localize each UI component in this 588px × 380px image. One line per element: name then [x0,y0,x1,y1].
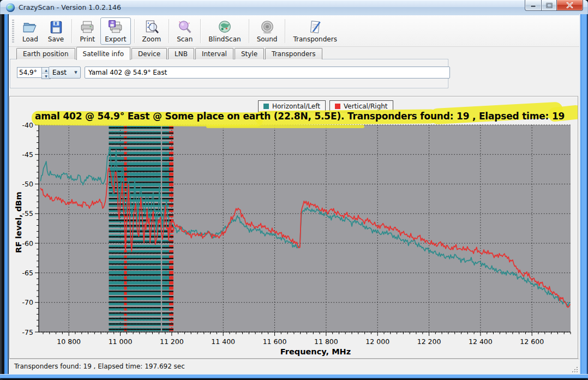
y-tick-label: -55 [22,209,33,218]
zoom-icon [144,20,159,35]
status-bar: Transponders found: 19 , Elapsed time: 1… [9,359,579,374]
scan-icon [177,20,193,35]
toolbar-button-label: BlindScan [208,35,241,43]
toolbar-button-label: Scan [177,35,193,43]
toolbar-button-label: Load [22,35,38,43]
save-icon [49,20,64,35]
toolbar-buttons: LoadSavePrintExportZoomScanBlindScanSoun… [17,17,342,45]
x-tick-label: 11 800 [314,337,338,346]
minimize-button[interactable] [525,0,542,11]
window-border-left [0,14,9,375]
tab-style[interactable]: Style [235,48,264,59]
y-tick-label: -65 [22,269,33,277]
x-tick-label: 12 000 [365,337,389,346]
toolbar-blindscan-button[interactable]: BlindScan [204,17,245,45]
toolbar-separator [71,19,72,43]
resize-grip[interactable] [571,366,578,372]
sound-icon [260,20,275,35]
export-icon [108,20,123,35]
tab-earth-position[interactable]: Earth position [16,48,75,59]
y-tick-label: -45 [22,150,33,159]
y-tick-label: -60 [22,239,33,248]
plot-area [39,125,571,332]
toolbar-button-label: Zoom [142,35,161,43]
toolbar-separator [285,19,285,43]
satellite-info-panel: ▲ ▼ East ▼ [10,59,448,88]
toolbar-save-button[interactable]: Save [44,17,68,45]
blindscan-icon [217,20,232,35]
highlight-stroke [206,125,364,128]
app-window: CrazyScan - Version 1.0.2.146 LoadSavePr… [0,0,588,380]
transponders-icon [308,20,323,35]
tab-satellite-info[interactable]: Satellite info [76,47,130,60]
window-title: CrazyScan - Version 1.0.2.146 [19,3,121,11]
tab-transponders[interactable]: Transponders [265,48,322,59]
direction-dropdown[interactable]: East ▼ [49,67,81,79]
toolbar-sound-button[interactable]: Sound [253,17,282,45]
legend-label: Horizontal/Left [272,102,320,110]
no-lock-marker-dot [170,229,172,231]
legend-swatch [335,104,340,109]
print-icon [80,20,95,35]
toolbar-button-label: Sound [257,35,278,43]
tab-interval[interactable]: Interval [195,48,233,59]
toolbar-scan-button[interactable]: Scan [172,17,197,45]
window-controls [525,0,583,11]
chart-title: amal 402 @ 54.9° East @ Some place on ea… [35,111,565,122]
x-tick-label: 11 000 [109,337,133,346]
toolbar-zoom-button[interactable]: Zoom [138,17,166,45]
toolbar-button-label: Export [105,35,126,43]
toolbar: LoadSavePrintExportZoomScanBlindScanSoun… [9,15,579,47]
load-icon [22,20,38,35]
tab-device[interactable]: Device [131,48,167,59]
orbital-position-spinner: ▲ ▼ [17,67,51,79]
x-tick-label: 10 800 [57,337,81,346]
toolbar-separator [134,19,135,43]
toolbar-load-button[interactable]: Load [18,17,43,45]
window-border-right [579,14,588,375]
maximize-button[interactable] [542,0,557,11]
y-tick-label: -75 [22,328,33,336]
spectrum-chart[interactable]: 10964 MHz, H, 30000 KS, QPSK, 3/4, 20.1 … [13,121,578,359]
x-tick-label: 11 600 [263,337,287,346]
x-tick-label: 12 200 [417,337,441,346]
tab-lnb[interactable]: LNB [168,48,194,59]
toolbar-grip[interactable] [12,20,14,43]
toolbar-print-button[interactable]: Print [75,17,99,45]
client-area: LoadSavePrintExportZoomScanBlindScanSoun… [9,15,579,374]
toolbar-separator [169,19,169,43]
toolbar-button-label: Save [48,35,64,43]
direction-value: East [49,69,71,76]
y-axis-title: RF level, dBm [14,192,23,253]
y-tick-label: -50 [22,180,33,188]
orbital-position-input[interactable] [17,67,41,78]
toolbar-separator [200,19,201,43]
toolbar-button-label: Transponders [293,35,337,43]
x-axis-title: Frequency, MHz [280,347,351,356]
legend-label: Vertical/Right [344,102,388,110]
toolbar-button-label: Print [80,35,95,43]
title-bar: CrazyScan - Version 1.0.2.146 [0,0,588,16]
y-tick-label: -40 [22,121,33,129]
toolbar-export-button[interactable]: Export [100,17,130,45]
x-tick-label: 11 200 [160,337,184,346]
legend-swatch [263,104,269,109]
x-tick-label: 12 400 [469,337,493,346]
chevron-down-icon: ▼ [71,70,80,75]
tab-strip: Earth positionSatellite infoDeviceLNBInt… [16,47,323,59]
toolbar-separator [249,19,249,43]
chart-panel: Horizontal/LeftVertical/Right amal 402 @… [9,96,578,359]
toolbar-transponders-button[interactable]: Transponders [289,17,341,45]
x-tick-label: 11 400 [211,337,235,346]
close-button[interactable] [557,0,583,11]
window-border-bottom [0,374,588,380]
y-tick-label: -70 [22,298,33,306]
x-tick-label: 12 600 [520,337,544,346]
app-icon [6,3,15,12]
status-text: Transponders found: 19 , Elapsed time: 1… [14,363,185,370]
satellite-name-input[interactable] [85,67,450,79]
